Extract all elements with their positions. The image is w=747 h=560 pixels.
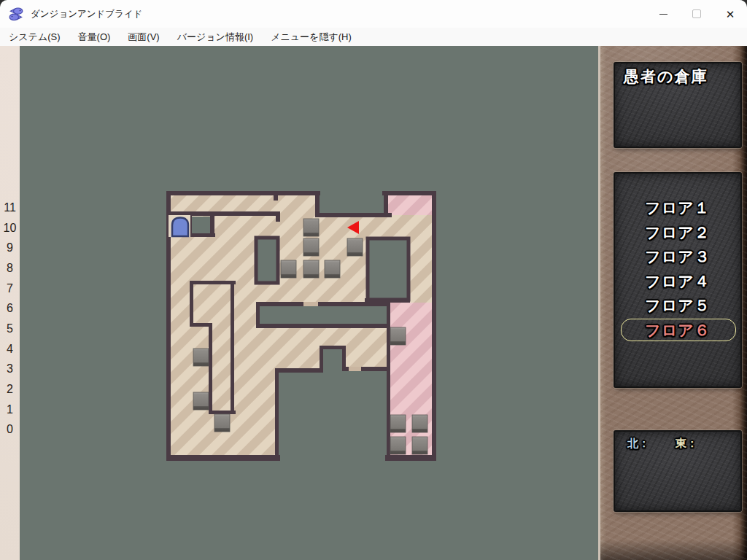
floor-item-6[interactable]: フロア６ xyxy=(615,318,740,342)
stone-block xyxy=(325,260,340,278)
map-wall xyxy=(275,368,279,461)
map-wall xyxy=(190,281,236,284)
row-coordinate: 5 xyxy=(0,321,20,337)
menu-item-1[interactable]: システム(S) xyxy=(0,28,69,46)
stone-block xyxy=(193,349,209,366)
stone-block xyxy=(214,414,230,432)
stone-block xyxy=(412,415,427,432)
floor-item-2[interactable]: フロア２ xyxy=(615,220,740,244)
map-wall xyxy=(277,368,322,373)
row-coordinate: 3 xyxy=(0,361,20,377)
close-button[interactable]: ✕ xyxy=(713,0,747,28)
floor-item-1[interactable]: フロア１ xyxy=(615,195,740,219)
stone-block xyxy=(303,238,319,256)
stone-block xyxy=(412,437,427,454)
menu-bar: システム(S)音量(O)画面(V)バージョン情報(I)メニューを隠す(H) xyxy=(0,28,747,46)
menu-item-2[interactable]: 音量(O) xyxy=(69,28,120,46)
map-pit xyxy=(256,238,278,283)
map-wall xyxy=(166,455,280,461)
map-wall xyxy=(320,346,323,373)
east-label: 東： xyxy=(676,437,697,451)
map-wall xyxy=(256,324,388,328)
direction-info-panel: 北： 東： xyxy=(614,430,742,512)
stone-block xyxy=(390,437,406,454)
map-wall xyxy=(189,233,215,237)
map-wall xyxy=(209,327,212,411)
pink-zone xyxy=(388,195,432,215)
menu-item-3[interactable]: 画面(V) xyxy=(119,28,168,46)
map-wall xyxy=(385,455,436,461)
menu-item-5[interactable]: メニューを隠す(H) xyxy=(262,28,360,46)
floor-item-5[interactable]: フロア５ xyxy=(615,293,740,317)
row-coordinate: 7 xyxy=(0,281,20,297)
location-panel: 愚者の倉庫 xyxy=(614,62,742,148)
map-pit xyxy=(368,238,409,300)
map-wall xyxy=(256,302,304,306)
map-wall xyxy=(382,191,436,195)
map-wall xyxy=(276,216,280,222)
row-coordinate: 8 xyxy=(0,260,20,276)
map-wall xyxy=(274,195,278,201)
stone-block xyxy=(193,392,209,410)
row-coordinate: 6 xyxy=(0,300,20,316)
coordinate-strip: 11109876543210 xyxy=(0,46,20,560)
floor-list-panel: フロア１フロア２フロア３フロア４フロア５フロア６ xyxy=(614,172,742,388)
stone-block xyxy=(390,415,406,432)
stone-block xyxy=(390,327,406,345)
window-controls: ✕ xyxy=(646,0,747,28)
stone-block xyxy=(303,219,319,236)
map-wall xyxy=(190,284,193,324)
maximize-icon xyxy=(692,9,701,18)
map-pit xyxy=(323,348,342,373)
doorway-gap xyxy=(349,367,361,371)
doorway-gap xyxy=(303,302,318,306)
row-coordinate: 9 xyxy=(0,240,20,256)
row-coordinate: 10 xyxy=(0,220,20,236)
map-wall xyxy=(320,346,346,349)
map-wall xyxy=(384,191,388,217)
minimize-button[interactable] xyxy=(646,0,680,28)
map-wall xyxy=(231,284,234,411)
map-wall xyxy=(190,323,212,327)
row-coordinate: 11 xyxy=(0,200,20,216)
north-label: 北： xyxy=(627,437,649,451)
map-pit xyxy=(260,306,388,324)
map-pit xyxy=(190,217,210,235)
map-pit xyxy=(279,370,387,461)
app-icon xyxy=(8,6,24,22)
stone-block xyxy=(281,260,296,278)
map-wall xyxy=(209,411,236,414)
minimize-icon xyxy=(659,14,667,15)
maximize-button[interactable] xyxy=(680,0,713,28)
window-title: ダンジョンアンドブライド xyxy=(31,8,143,20)
map-wall xyxy=(166,191,320,195)
exit-door-icon xyxy=(172,218,188,237)
pink-zone xyxy=(388,303,432,457)
game-area: 11109876543210 愚者の倉庫 フロア１フロア２フロア３フロア４フロア… xyxy=(0,46,747,560)
floor-item-4[interactable]: フロア４ xyxy=(615,269,740,293)
title-bar: ダンジョンアンドブライド ✕ xyxy=(0,0,747,28)
row-coordinate: 2 xyxy=(0,381,20,397)
row-coordinate: 4 xyxy=(0,341,20,357)
location-title: 愚者の倉庫 xyxy=(624,66,708,87)
app-window: ダンジョンアンドブライド ✕ システム(S)音量(O)画面(V)バージョン情報(… xyxy=(0,0,747,560)
floor-item-3[interactable]: フロア３ xyxy=(615,244,740,268)
sidebar: 愚者の倉庫 フロア１フロア２フロア３フロア４フロア５フロア６ 北： 東： xyxy=(598,46,747,560)
close-icon: ✕ xyxy=(726,9,735,20)
map-wall xyxy=(315,213,392,217)
map-wall xyxy=(387,298,390,461)
row-coordinate: 0 xyxy=(0,421,20,438)
map-wall xyxy=(432,191,436,461)
stone-block xyxy=(303,260,319,278)
stone-block xyxy=(347,238,363,256)
row-coordinate: 1 xyxy=(0,402,20,418)
menu-item-4[interactable]: バージョン情報(I) xyxy=(169,28,263,46)
dungeon-map xyxy=(166,191,436,461)
map-wall xyxy=(342,346,346,371)
map-pit xyxy=(319,191,385,216)
